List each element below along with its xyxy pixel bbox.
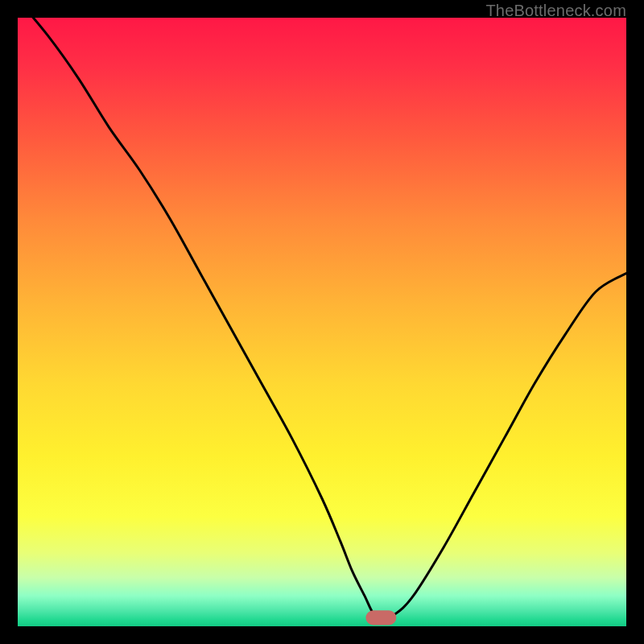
bottleneck-chart: TheBottleneck.com xyxy=(0,0,644,644)
plot-area xyxy=(18,18,626,626)
optimum-marker xyxy=(365,610,396,625)
bottleneck-curve-line xyxy=(18,18,626,617)
watermark-text: TheBottleneck.com xyxy=(485,2,626,20)
chart-svg xyxy=(18,18,626,626)
